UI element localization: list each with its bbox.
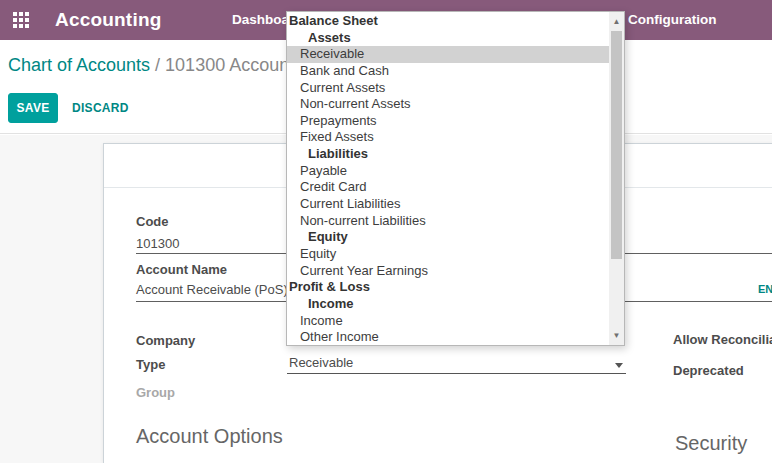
allow-reconciliation-label: Allow Reconciliation: [673, 332, 772, 347]
dropdown-scrollbar[interactable]: ▲ ▼: [609, 12, 624, 345]
translate-language-badge[interactable]: EN: [758, 283, 772, 295]
dropdown-group-header: Equity: [287, 229, 609, 246]
company-field-label: Company: [136, 333, 195, 348]
dropdown-option[interactable]: Credit Card: [287, 179, 609, 196]
dropdown-group-header: Balance Sheet: [287, 13, 609, 30]
dropdown-option[interactable]: Bank and Cash: [287, 63, 609, 80]
type-field-label: Type: [136, 357, 165, 372]
security-section-title: Security: [675, 432, 747, 455]
scroll-up-arrow-icon[interactable]: ▲: [609, 14, 624, 29]
dropdown-option[interactable]: Current Liabilities: [287, 196, 609, 213]
type-selected-value: Receivable: [289, 355, 353, 370]
scrollbar-thumb[interactable]: [611, 31, 622, 259]
type-select[interactable]: Receivable: [287, 355, 626, 374]
code-value: 101300: [136, 236, 179, 251]
dropdown-option[interactable]: Prepayments: [287, 113, 609, 130]
dropdown-option[interactable]: Current Year Earnings: [287, 263, 609, 280]
apps-grid-icon[interactable]: [13, 12, 30, 29]
dropdown-option[interactable]: Non-current Liabilities: [287, 213, 609, 230]
dropdown-group-header: Liabilities: [287, 146, 609, 163]
account-name-value: Account Receivable (PoS): [136, 282, 288, 297]
nav-item-configuration[interactable]: Configuration: [628, 0, 716, 40]
scroll-down-arrow-icon[interactable]: ▼: [609, 328, 624, 343]
dropdown-option[interactable]: Fixed Assets: [287, 129, 609, 146]
dropdown-option[interactable]: Other Income: [287, 329, 609, 346]
deprecated-label: Deprecated: [673, 363, 744, 378]
dropdown-option[interactable]: Income: [287, 313, 609, 330]
dropdown-group-header: Income: [287, 296, 609, 313]
discard-button[interactable]: DISCARD: [66, 93, 135, 123]
dropdown-option[interactable]: Payable: [287, 163, 609, 180]
chevron-down-icon: [615, 363, 623, 368]
breadcrumb-parent-link[interactable]: Chart of Accounts: [8, 55, 150, 75]
group-field-label: Group: [136, 385, 175, 400]
dropdown-option[interactable]: Current Assets: [287, 80, 609, 97]
code-field-label: Code: [136, 214, 169, 229]
account-name-field-label: Account Name: [136, 262, 227, 277]
app-window: Accounting Dashboard Configuration Chart…: [0, 0, 772, 463]
dropdown-group-header: Assets: [287, 30, 609, 47]
dropdown-group-header: Profit & Loss: [287, 279, 609, 296]
dropdown-option[interactable]: Equity: [287, 246, 609, 263]
breadcrumb-separator: /: [150, 55, 165, 75]
dropdown-option[interactable]: Receivable: [287, 46, 609, 63]
account-options-section-title: Account Options: [136, 425, 283, 448]
app-title[interactable]: Accounting: [55, 0, 162, 40]
dropdown-option[interactable]: Non-current Assets: [287, 96, 609, 113]
type-dropdown-list: Balance SheetAssetsReceivableBank and Ca…: [287, 13, 609, 346]
save-button[interactable]: SAVE: [8, 93, 58, 123]
type-dropdown: Balance SheetAssetsReceivableBank and Ca…: [286, 11, 625, 346]
